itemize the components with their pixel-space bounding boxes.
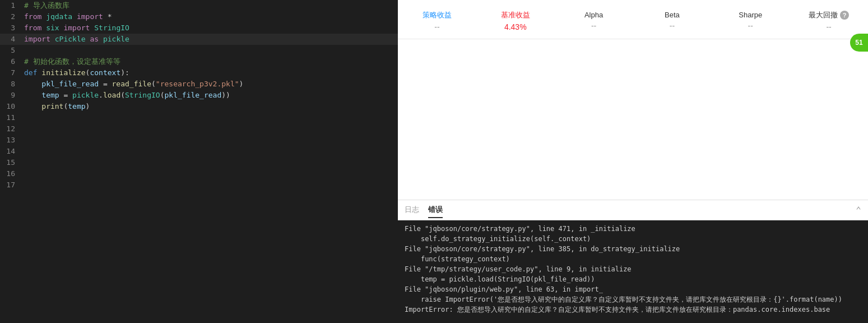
- metric-value-alpha: --: [591, 21, 596, 30]
- floating-badge: 51: [850, 34, 868, 52]
- line-number-17: 17: [0, 179, 20, 191]
- log-tab-group: 日志 错误: [405, 202, 443, 218]
- code-line-4: 4 import cPickle as pickle: [0, 34, 398, 45]
- line-number-12: 12: [0, 123, 20, 135]
- code-editor[interactable]: 1 # 导入函数库 2 from jqdata import * 3 from …: [0, 0, 398, 323]
- metric-label-alpha: Alpha: [584, 11, 603, 19]
- line-content-3: from six import StringIO: [20, 22, 398, 34]
- metric-value-strategy: --: [434, 22, 439, 31]
- log-line-9: ImportError: 您是否想导入研究中的自定义库？自定义库暂时不支持文件夹…: [405, 304, 861, 315]
- log-tabs: 日志 错误 ⌃: [398, 200, 868, 220]
- right-panel: 策略收益 -- 基准收益 4.43% Alpha -- Beta -- Shar…: [398, 0, 868, 323]
- code-line-5: 5: [0, 45, 398, 56]
- metric-label-beta: Beta: [665, 11, 680, 19]
- line-number-8: 8: [0, 79, 20, 90]
- line-number-3: 3: [0, 22, 20, 34]
- line-number-2: 2: [0, 11, 20, 22]
- line-number-5: 5: [0, 45, 20, 56]
- metric-label-sharpe: Sharpe: [739, 11, 762, 19]
- line-number-4: 4: [0, 34, 20, 45]
- log-content[interactable]: File "jqboson/core/strategy.py", line 47…: [398, 220, 868, 323]
- metric-label-benchmark: 基准收益: [501, 10, 530, 20]
- code-line-12: 12: [0, 123, 398, 135]
- log-line-7: File "jqboson/plugin/web.py", line 63, i…: [405, 284, 861, 294]
- log-line-2: self.do_strategy_initialize(self._contex…: [405, 234, 861, 244]
- line-content-13: [20, 135, 398, 146]
- metric-col-beta: Beta --: [633, 8, 711, 33]
- bottom-panel: 日志 错误 ⌃ File "jqboson/core/strategy.py",…: [398, 200, 868, 323]
- code-line-9: 9 temp = pickle.load(StringIO(pkl_file_r…: [0, 90, 398, 101]
- line-content-1: # 导入函数库: [20, 0, 398, 11]
- code-line-13: 13: [0, 135, 398, 146]
- code-lines: 1 # 导入函数库 2 from jqdata import * 3 from …: [0, 0, 398, 191]
- code-line-10: 10 print(temp): [0, 101, 398, 112]
- metric-label-strategy: 策略收益: [423, 10, 452, 20]
- metric-col-maxdrawdown: 最大回撤 ? --: [790, 8, 868, 34]
- line-number-15: 15: [0, 157, 20, 168]
- tab-error[interactable]: 错误: [428, 202, 443, 218]
- metric-col-sharpe: Sharpe --: [711, 8, 790, 33]
- metric-value-sharpe: --: [748, 21, 753, 30]
- line-content-6: # 初始化函数，设定基准等等: [20, 56, 398, 67]
- line-content-12: [20, 123, 398, 135]
- line-content-10: print(temp): [20, 101, 398, 112]
- metrics-header: 策略收益 -- 基准收益 4.43% Alpha -- Beta -- Shar…: [398, 0, 868, 39]
- log-line-3: File "jqboson/core/strategy.py", line 38…: [405, 244, 861, 254]
- help-icon-maxdrawdown[interactable]: ?: [840, 11, 849, 20]
- collapse-button[interactable]: ⌃: [856, 205, 861, 215]
- line-content-5: [20, 45, 398, 56]
- code-line-8: 8 pkl_file_read = read_file("research_p3…: [0, 79, 398, 90]
- code-line-15: 15: [0, 157, 398, 168]
- line-number-11: 11: [0, 112, 20, 123]
- tab-log[interactable]: 日志: [405, 202, 419, 218]
- code-line-3: 3 from six import StringIO: [0, 22, 398, 34]
- metric-value-maxdrawdown: --: [826, 22, 831, 31]
- log-line-1: File "jqboson/core/strategy.py", line 47…: [405, 224, 861, 234]
- metric-col-benchmark: 基准收益 4.43%: [476, 8, 555, 34]
- line-number-1: 1: [0, 0, 20, 11]
- line-content-8: pkl_file_read = read_file("research_p3v2…: [20, 79, 398, 90]
- code-line-17: 17: [0, 179, 398, 191]
- code-line-7: 7 def initialize(context):: [0, 67, 398, 79]
- metric-label-maxdrawdown: 最大回撤 ?: [809, 10, 849, 20]
- metric-value-benchmark: 4.43%: [504, 22, 527, 31]
- code-line-14: 14: [0, 146, 398, 157]
- code-line-1: 1 # 导入函数库: [0, 0, 398, 11]
- line-number-6: 6: [0, 56, 20, 67]
- line-number-7: 7: [0, 67, 20, 79]
- line-content-15: [20, 157, 398, 168]
- chart-area: [398, 39, 868, 200]
- log-line-8: raise ImportError('您是否想导入研究中的自定义库？自定义库暂时…: [405, 294, 861, 304]
- line-content-11: [20, 112, 398, 123]
- log-line-5: File "/tmp/strategy/user_code.py", line …: [405, 264, 861, 274]
- line-content-9: temp = pickle.load(StringIO(pkl_file_rea…: [20, 90, 398, 101]
- line-content-14: [20, 146, 398, 157]
- metric-col-alpha: Alpha --: [555, 8, 633, 33]
- line-number-16: 16: [0, 168, 20, 179]
- line-number-10: 10: [0, 101, 20, 112]
- line-content-4: import cPickle as pickle: [20, 34, 398, 45]
- code-line-16: 16: [0, 168, 398, 179]
- line-number-14: 14: [0, 146, 20, 157]
- log-line-6: temp = pickle.load(StringIO(pkl_file_rea…: [405, 274, 861, 284]
- line-content-17: [20, 179, 398, 191]
- metric-col-strategy: 策略收益 --: [398, 8, 476, 34]
- code-line-11: 11: [0, 112, 398, 123]
- line-number-13: 13: [0, 135, 20, 146]
- line-content-2: from jqdata import *: [20, 11, 398, 22]
- log-line-4: func(strategy_context): [405, 254, 861, 264]
- line-content-7: def initialize(context):: [20, 67, 398, 79]
- code-line-2: 2 from jqdata import *: [0, 11, 398, 22]
- code-line-6: 6 # 初始化函数，设定基准等等: [0, 56, 398, 67]
- line-number-9: 9: [0, 90, 20, 101]
- metric-value-beta: --: [670, 21, 675, 30]
- line-content-16: [20, 168, 398, 179]
